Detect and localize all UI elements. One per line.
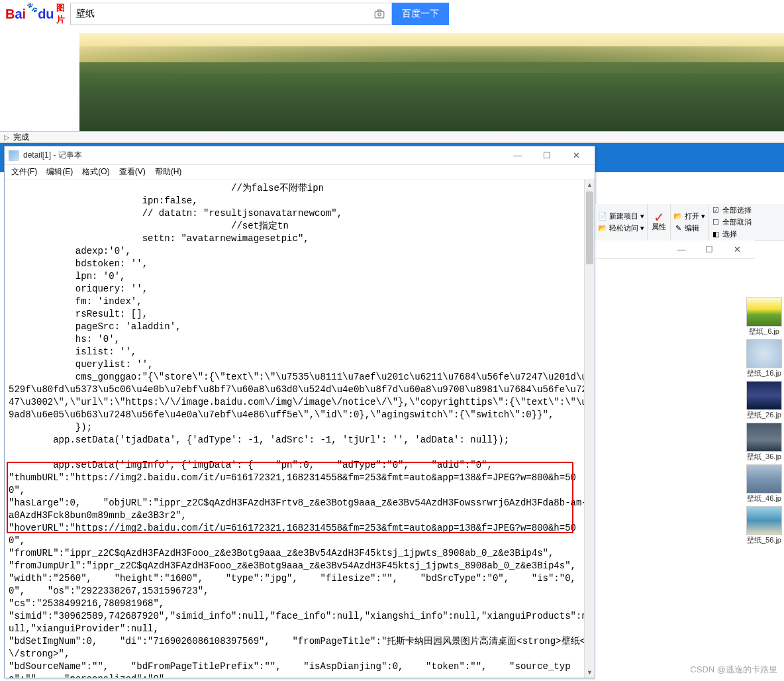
thumbnail-label: 壁纸_46.jp [747, 494, 781, 503]
thumbnail-image [746, 464, 782, 494]
baidu-logo: Bai🐾du图片 [5, 3, 66, 25]
secondary-window-titlebar[interactable]: — ☐ ✕ [595, 240, 755, 259]
scrollbar-thumb[interactable] [586, 191, 593, 264]
easy-access-icon: 📂 [598, 224, 607, 233]
ribbon-properties[interactable]: ✓ 属性 [648, 204, 671, 240]
notepad-icon [9, 150, 19, 161]
ribbon-easy-access[interactable]: 📂轻松访问 ▾ [598, 223, 644, 233]
properties-icon: ✓ [654, 213, 663, 222]
thumbnail-image [746, 381, 782, 410]
menu-edit[interactable]: 编辑(E) [42, 165, 77, 179]
play-icon: ▷ [4, 133, 9, 142]
sec-minimize-button[interactable]: — [667, 242, 695, 257]
watermark: CSDN @逃逸的卡路里 [690, 664, 777, 676]
menu-format[interactable]: 格式(O) [78, 165, 113, 179]
close-button[interactable]: ✕ [562, 148, 591, 163]
banner-wrap [0, 28, 784, 131]
status-complete-bar: ▷ 完成 [0, 131, 784, 143]
thumbnail-image [746, 506, 782, 535]
thumbnail-item[interactable]: 壁纸_16.jp [744, 339, 784, 378]
ribbon-open[interactable]: 📂打开 ▾ [673, 211, 705, 221]
search-button[interactable]: 百度一下 [392, 3, 449, 25]
notepad-content[interactable]: //为false不附带ipn ipn:false, // datatn: "re… [5, 180, 595, 678]
thumbnail-image [746, 297, 782, 327]
ribbon-select-inv[interactable]: ◧选择 [711, 229, 752, 239]
select-none-icon: ☐ [711, 218, 720, 227]
notepad-window: detail[1] - 记事本 — ☐ ✕ 文件(F) 编辑(E) 格式(O) … [4, 146, 595, 678]
thumbnail-label: 壁纸_6.jp [749, 327, 779, 337]
explorer-ribbon: 📄新建项目 ▾ 📂轻松访问 ▾ ✓ 属性 📂打开 ▾ ✎编辑 ☑全部选择 ☐全部… [595, 204, 784, 241]
svg-point-1 [378, 13, 381, 17]
thumbnail-item[interactable]: 壁纸_6.jp [744, 297, 784, 337]
sec-maximize-button[interactable]: ☐ [695, 242, 723, 257]
notepad-title: detail[1] - 记事本 [23, 150, 503, 161]
banner-image [13, 33, 784, 131]
ribbon-select-none[interactable]: ☐全部取消 [711, 217, 752, 227]
menu-file[interactable]: 文件(F) [7, 165, 41, 179]
sec-close-button[interactable]: ✕ [723, 242, 751, 257]
menu-view[interactable]: 查看(V) [115, 165, 150, 179]
edit-icon: ✎ [673, 224, 683, 233]
secondary-window-body [595, 259, 745, 681]
maximize-button[interactable]: ☐ [532, 148, 562, 163]
thumbnail-item[interactable]: 壁纸_46.jp [744, 464, 784, 503]
open-icon: 📂 [673, 212, 683, 221]
top-search-bar: Bai🐾du图片 百度一下 [0, 0, 784, 28]
select-inv-icon: ◧ [711, 230, 720, 239]
menu-help[interactable]: 帮助(H) [151, 165, 186, 179]
thumbnail-column: 壁纸_6.jp壁纸_16.jp壁纸_26.jp壁纸_36.jp壁纸_46.jp壁… [744, 297, 784, 545]
ribbon-new-item[interactable]: 📄新建项目 ▾ [598, 211, 644, 221]
thumbnail-item[interactable]: 壁纸_36.jp [744, 423, 784, 462]
scrollbar-vertical[interactable] [584, 180, 595, 678]
ribbon-edit[interactable]: ✎编辑 [673, 223, 705, 233]
thumbnail-item[interactable]: 壁纸_56.jp [744, 506, 784, 545]
new-item-icon: 📄 [598, 212, 607, 221]
thumbnail-label: 壁纸_56.jp [747, 535, 781, 545]
ribbon-select-all[interactable]: ☑全部选择 [711, 205, 752, 215]
minimize-button[interactable]: — [503, 148, 532, 163]
notepad-menubar: 文件(F) 编辑(E) 格式(O) 查看(V) 帮助(H) [5, 165, 595, 180]
camera-icon[interactable] [368, 3, 391, 25]
thumbnail-label: 壁纸_36.jp [747, 452, 781, 462]
select-all-icon: ☑ [711, 206, 720, 215]
search-input[interactable] [71, 3, 368, 25]
svg-rect-0 [375, 11, 384, 18]
thumbnail-image [746, 339, 782, 368]
thumbnail-label: 壁纸_16.jp [747, 368, 781, 378]
notepad-titlebar[interactable]: detail[1] - 记事本 — ☐ ✕ [5, 146, 595, 165]
thumbnail-image [746, 423, 782, 452]
thumbnail-item[interactable]: 壁纸_26.jp [744, 381, 784, 420]
complete-label: 完成 [13, 132, 29, 143]
search-box [70, 3, 392, 25]
notepad-body: //为false不附带ipn ipn:false, // datatn: "re… [5, 180, 595, 678]
thumbnail-label: 壁纸_26.jp [747, 410, 781, 420]
